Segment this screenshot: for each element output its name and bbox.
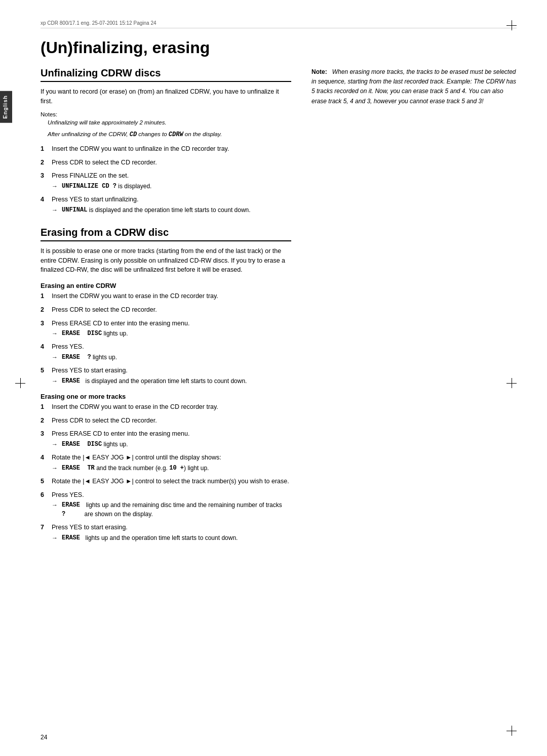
tracks-subsection-title: Erasing one or more tracks [41, 393, 291, 400]
notes-section: Notes: Unfinalizing will take approximat… [41, 110, 291, 139]
arrow-e3: → ERASE DISC lights up. [52, 329, 291, 338]
step-u4: 4 Press YES to start unfinalizing. → UNF… [41, 195, 291, 215]
entire-steps: 1 Insert the CDRW you want to erase in t… [41, 291, 291, 386]
unfinalizing-title: Unfinalizing CDRW discs [41, 67, 291, 82]
note1: Unfinalizing will take approximately 2 m… [48, 118, 291, 127]
content-columns: Unfinalizing CDRW discs If you want to r… [41, 67, 517, 547]
arrow-t3: → ERASE DISC lights up. [52, 440, 291, 449]
erasing-title: Erasing from a CDRW disc [41, 227, 291, 241]
step-t5: 5 Rotate the |◄ EASY JOG ►| control to s… [41, 477, 291, 486]
entire-subsection-title: Erasing an entire CDRW [41, 282, 291, 289]
arrow-t4: → ERASE TR and the track number (e.g. 10… [52, 464, 291, 473]
step-t4: 4 Rotate the |◄ EASY JOG ►| control unti… [41, 453, 291, 473]
step-e5: 5 Press YES to start erasing. → ERASE is… [41, 366, 291, 386]
step-t6: 6 Press YES. → ERASE ? lights up and the… [41, 490, 291, 519]
step-e4: 4 Press YES. → ERASE ? lights up. [41, 342, 291, 362]
notes-indent: Unfinalizing will take approximately 2 m… [48, 118, 291, 139]
crosshair-mid-right [506, 378, 517, 388]
right-note: Note: When erasing more tracks, the trac… [311, 67, 517, 106]
step-e3: 3 Press ERASE CD to enter into the erasi… [41, 319, 291, 339]
sidebar-label: English [0, 91, 12, 123]
erasing-section: Erasing from a CDRW disc It is possible … [41, 227, 291, 542]
arrow-e4: → ERASE ? lights up. [52, 353, 291, 362]
step-t3: 3 Press ERASE CD to enter into the erasi… [41, 429, 291, 449]
step-u3: 3 Press FINALIZE on the set. → UNFINALIZ… [41, 171, 291, 191]
step-t2: 2 Press CDR to select the CD recorder. [41, 416, 291, 426]
crosshair-top-right [506, 20, 517, 30]
unfinalizing-steps: 1 Insert the CDRW you want to unfinalize… [41, 144, 291, 215]
left-column: Unfinalizing CDRW discs If you want to r… [41, 67, 291, 547]
crosshair-mid-left [15, 378, 25, 388]
step-u1: 1 Insert the CDRW you want to unfinalize… [41, 144, 291, 154]
page: xp CDR 800/17.1 eng. 25-07-2001 15:12 Pa… [0, 0, 547, 756]
arrow-e5: → ERASE is displayed and the operation t… [52, 376, 291, 386]
crosshair-bottom-right [506, 726, 517, 736]
step-t1: 1 Insert the CDRW you want to erase in t… [41, 402, 291, 412]
arrow-t6: → ERASE ? lights up and the remaining di… [52, 500, 291, 519]
step-u2: 2 Press CDR to select the CD recorder. [41, 158, 291, 167]
right-column: Note: When erasing more tracks, the trac… [311, 67, 517, 547]
main-title: (Un)finalizing, erasing [41, 38, 517, 57]
note2: After unfinalizing of the CDRW, CD chang… [48, 130, 291, 139]
erasing-intro: It is possible to erase one or more trac… [41, 246, 291, 275]
page-number: 24 [41, 734, 47, 741]
step-t7: 7 Press YES to start erasing. → ERASE li… [41, 523, 291, 542]
step-e2: 2 Press CDR to select the CD recorder. [41, 305, 291, 315]
page-header: xp CDR 800/17.1 eng. 25-07-2001 15:12 Pa… [41, 20, 517, 28]
unfinalizing-section: Unfinalizing CDRW discs If you want to r… [41, 67, 291, 215]
unfinalizing-intro: If you want to record (or erase) on (fro… [41, 87, 291, 106]
notes-label: Notes: [41, 111, 57, 117]
tracks-steps: 1 Insert the CDRW you want to erase in t… [41, 402, 291, 542]
arrow-u4: → UNFINAL is displayed and the operation… [52, 205, 291, 215]
arrow-u3: → UNFINALIZE CD ? is displayed. [52, 182, 291, 191]
arrow-t7: → ERASE lights up and the operation time… [52, 533, 291, 542]
step-e1: 1 Insert the CDRW you want to erase in t… [41, 291, 291, 301]
